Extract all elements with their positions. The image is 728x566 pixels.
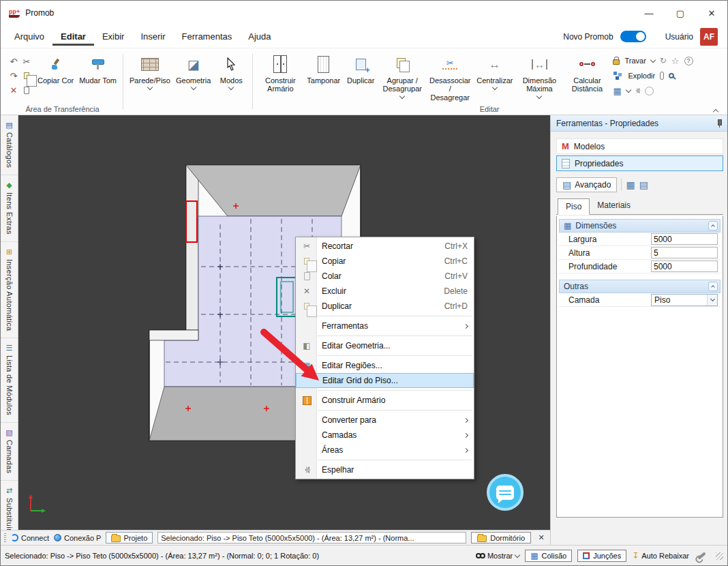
context-item-duplicar[interactable]: Duplicar Ctrl+D: [296, 299, 474, 314]
table-view-alt-icon[interactable]: ▤: [639, 180, 648, 190]
cut-icon[interactable]: ✂: [20, 55, 33, 68]
paperclip-icon[interactable]: [660, 72, 664, 80]
camada-select[interactable]: Piso: [651, 294, 718, 306]
pin-icon[interactable]: [715, 119, 723, 128]
conexao-p-button[interactable]: Conexão P: [54, 534, 101, 542]
dimensao-maxima-button[interactable]: ↔ Dimensão Máxima: [516, 52, 562, 100]
junctions-icon: [583, 552, 590, 559]
context-item-excluir[interactable]: ✕ Excluir Delete: [296, 284, 474, 299]
modos-button[interactable]: Modos: [214, 52, 248, 91]
largura-input[interactable]: [651, 233, 718, 245]
sidebar-tab-lista-de-modulos[interactable]: ☰ Lista de Módulos: [1, 338, 18, 423]
auto-rebaixar-button[interactable]: ↧ Auto Rebaixar: [632, 552, 689, 560]
context-item-recortar[interactable]: ✂ Recortar Ctrl+X: [296, 239, 474, 254]
table-view-icon[interactable]: ▦: [626, 180, 635, 190]
context-item-converter-para[interactable]: Converter para: [296, 413, 474, 428]
wrench-icon[interactable]: [697, 552, 706, 559]
regions-icon: ▦: [299, 358, 314, 373]
mudar-tom-button[interactable]: Mudar Tom: [77, 52, 119, 87]
help-icon[interactable]: ?: [684, 57, 693, 65]
user-label[interactable]: Usuário: [665, 32, 693, 42]
panel-icon: [318, 56, 329, 73]
nav-modelos[interactable]: M Modelos: [556, 138, 723, 154]
copiar-cor-button[interactable]: Copiar Cor: [35, 52, 76, 87]
profundidade-input[interactable]: [651, 260, 718, 272]
tab-piso[interactable]: Piso: [558, 198, 590, 215]
cube-icon: ◪: [187, 58, 200, 71]
context-item-editar-regioes[interactable]: ▦ Editar Regiões...: [296, 358, 474, 373]
sidebar-tab-catalogos[interactable]: ▤ Catálogos: [1, 115, 18, 175]
collapse-section-button[interactable]: [708, 221, 718, 230]
menu-exibir[interactable]: Exibir: [94, 27, 133, 46]
delete-icon[interactable]: ✕: [7, 83, 20, 97]
duplicar-button[interactable]: Duplicar: [344, 52, 378, 87]
projeto-button[interactable]: Projeto: [106, 532, 153, 543]
scissors-dots-icon: ✂: [442, 59, 457, 70]
collapse-ribbon-icon[interactable]: [714, 106, 721, 112]
context-item-areas[interactable]: Áreas: [296, 443, 474, 458]
horizontal-arrows-icon: ↔: [489, 59, 500, 70]
geometria-button[interactable]: ◪ Geometria: [174, 52, 213, 91]
menu-arquivo[interactable]: Arquivo: [6, 27, 52, 46]
prop-row-largura: Largura: [559, 233, 721, 246]
context-item-copiar[interactable]: Copiar Ctrl+C: [296, 254, 474, 269]
tamponar-button[interactable]: Tamponar: [305, 52, 342, 87]
context-item-editar-geometria[interactable]: ◧ Editar Geometria...: [296, 338, 474, 353]
tab-materiais[interactable]: Materiais: [590, 198, 638, 214]
centralizar-button[interactable]: ↔ Centralizar: [474, 52, 515, 91]
menu-editar[interactable]: Editar: [52, 27, 94, 46]
circle-icon[interactable]: [645, 87, 654, 95]
section-dimensoes[interactable]: ▦ Dimensões: [559, 219, 721, 233]
section-outras[interactable]: Outras: [559, 280, 721, 293]
favorite-star-icon[interactable]: ☆: [671, 57, 680, 65]
undo-icon[interactable]: ↶: [7, 55, 20, 68]
context-menu: ✂ Recortar Ctrl+X Copiar Ctrl+C Colar Ct…: [295, 237, 474, 479]
close-button[interactable]: ✕: [696, 1, 727, 25]
context-item-editar-grid-do-piso[interactable]: Editar Grid do Piso...: [296, 373, 474, 388]
prop-row-altura: Altura: [559, 246, 721, 260]
explodir-button[interactable]: Explodir: [628, 72, 655, 80]
parede-piso-button[interactable]: Parede/Piso: [127, 52, 172, 91]
mostrar-button[interactable]: Mostrar: [476, 552, 519, 560]
selection-status-text: Selecionado: Piso -> Piso Teto (5000x5x5…: [5, 552, 319, 560]
menu-ferramentas[interactable]: Ferramentas: [174, 27, 241, 46]
room-tab-dormitorio[interactable]: Dormitório: [471, 532, 531, 543]
mirror-icon[interactable]: [635, 88, 639, 93]
sidebar-tab-insercao-automatica[interactable]: ⊞ Inserção Automática: [1, 242, 18, 338]
menu-ajuda[interactable]: Ajuda: [240, 27, 279, 46]
chat-assistant-button[interactable]: [487, 474, 524, 511]
minimize-button[interactable]: —: [633, 1, 665, 25]
sidebar-tab-itens-extras[interactable]: ◆ Itens Extras: [1, 175, 18, 242]
redo-icon[interactable]: ↷: [7, 69, 20, 83]
novo-promob-toggle[interactable]: [620, 31, 646, 42]
properties-content: ▦ Dimensões Largura Altura Profundidade …: [556, 216, 723, 518]
colisao-toggle[interactable]: ▦ Colisão: [525, 550, 572, 562]
juncoes-toggle[interactable]: Junções: [577, 550, 626, 562]
context-item-construir-armario[interactable]: Construir Armário: [296, 393, 474, 408]
copy-icon[interactable]: [20, 69, 33, 83]
grid-icon[interactable]: ▦: [613, 87, 621, 95]
layers-icon: ▧: [5, 429, 12, 436]
menu-inserir[interactable]: Inserir: [132, 27, 173, 46]
context-item-colar[interactable]: Colar Ctrl+V: [296, 269, 474, 284]
context-item-camadas[interactable]: Camadas: [296, 428, 474, 443]
agrupar-button[interactable]: Agrupar / Desagrupar: [379, 52, 425, 100]
user-avatar[interactable]: AF: [700, 28, 718, 46]
nav-propriedades[interactable]: Propriedades: [556, 155, 723, 171]
auto-lower-icon: ↧: [632, 552, 639, 560]
connect-button[interactable]: Connect: [11, 534, 49, 542]
rotate-icon[interactable]: ↻: [660, 57, 667, 65]
collapse-section-button[interactable]: [708, 282, 718, 291]
desassociar-button[interactable]: ✂ Desassociar / Desagregar: [427, 52, 473, 104]
altura-input[interactable]: [651, 247, 718, 258]
travar-button[interactable]: Travar: [624, 57, 646, 65]
sidebar-tab-camadas[interactable]: ▧ Camadas: [1, 423, 18, 481]
avancado-button[interactable]: ▤ Avançado: [556, 177, 617, 192]
context-item-ferramentas[interactable]: Ferramentas: [296, 318, 474, 333]
construir-armario-button[interactable]: Construir Armário: [257, 52, 303, 95]
maximize-button[interactable]: ▢: [665, 1, 696, 25]
close-room-tab-button[interactable]: ✕: [536, 533, 547, 542]
context-item-espelhar[interactable]: Espelhar: [296, 462, 474, 477]
calcular-distancia-button[interactable]: Calcular Distância: [564, 52, 610, 95]
zoom-icon[interactable]: [669, 73, 674, 78]
